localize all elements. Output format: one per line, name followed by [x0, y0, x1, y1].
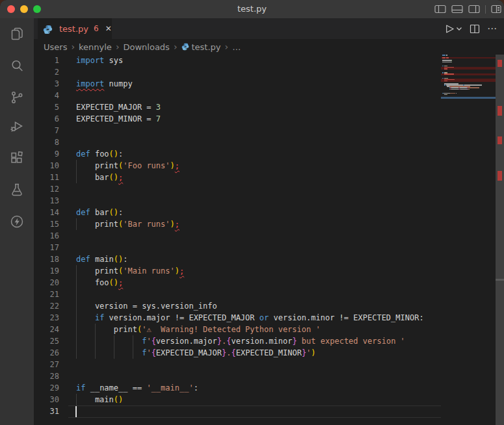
- minimap-code-segment: [447, 81, 447, 82]
- code-line-18[interactable]: def main():: [76, 253, 128, 265]
- editor[interactable]: 1import sys23import numpy45EXPECTED_MAJO…: [34, 55, 504, 425]
- code-line-3[interactable]: import numpy: [76, 78, 133, 90]
- code-line-20[interactable]: foo();: [76, 277, 123, 289]
- tab-test-py[interactable]: test.py 6 ✕: [38, 18, 112, 39]
- code-line-10[interactable]: print('Foo runs');: [76, 160, 179, 172]
- code-line-25[interactable]: f'{version.major}.{version.minor} but ex…: [76, 335, 405, 347]
- minimap-code-segment: [442, 62, 451, 63]
- minimap-code-segment: [456, 93, 457, 94]
- line-number-19[interactable]: 19: [34, 265, 59, 277]
- python-icon: [181, 43, 189, 51]
- code-line-11[interactable]: bar();: [76, 172, 123, 183]
- close-tab-icon[interactable]: ✕: [105, 24, 112, 33]
- minimap[interactable]: [441, 55, 496, 380]
- line-number-9[interactable]: 9: [34, 148, 59, 160]
- breadcrumb-item--[interactable]: …: [232, 42, 241, 52]
- line-number-23[interactable]: 23: [34, 312, 59, 324]
- line-number-3[interactable]: 3: [34, 78, 59, 90]
- code-line-26[interactable]: f'{EXPECTED_MAJOR}.{EXPECTED_MINOR}'): [76, 347, 316, 359]
- text-cursor: [75, 406, 77, 417]
- code-line-1[interactable]: import sys: [76, 55, 123, 66]
- code-line-6[interactable]: EXPECTED_MINOR = 7: [76, 113, 161, 125]
- line-number-31[interactable]: 31: [34, 406, 59, 417]
- zoom-window-button[interactable]: [33, 5, 41, 13]
- line-number-18[interactable]: 18: [34, 253, 59, 265]
- overview-error-marker: [497, 171, 502, 181]
- code-line-24[interactable]: print('⚠ Warning! Detected Python versio…: [76, 324, 321, 335]
- more-actions-icon[interactable]: ⋯: [487, 23, 497, 34]
- line-number-27[interactable]: 27: [34, 359, 59, 370]
- breadcrumb-item-test-py[interactable]: test.py: [181, 42, 222, 52]
- minimize-window-button[interactable]: [20, 5, 28, 13]
- minimap-code-segment: [460, 89, 468, 90]
- line-number-17[interactable]: 17: [34, 242, 59, 253]
- line-number-26[interactable]: 26: [34, 347, 59, 359]
- minimap-code-segment: [446, 57, 449, 58]
- lightning-icon[interactable]: [9, 214, 25, 229]
- line-number-20[interactable]: 20: [34, 277, 59, 289]
- line-number-28[interactable]: 28: [34, 370, 59, 382]
- line-number-30[interactable]: 30: [34, 394, 59, 406]
- line-number-12[interactable]: 12: [34, 183, 59, 195]
- minimap-code-segment: [442, 93, 444, 94]
- code-line-5[interactable]: EXPECTED_MAJOR = 3: [76, 101, 161, 113]
- line-number-7[interactable]: 7: [34, 125, 59, 136]
- breadcrumb-separator-icon: ›: [222, 42, 232, 52]
- code-line-23[interactable]: if version.major != EXPECTED_MAJOR or ve…: [76, 312, 424, 324]
- code-line-29[interactable]: if __name__ == '__main__':: [76, 382, 198, 394]
- run-python-file-button[interactable]: [444, 23, 462, 34]
- run-and-debug-icon[interactable]: [9, 118, 25, 134]
- source-control-icon[interactable]: [9, 90, 25, 105]
- testing-icon[interactable]: [9, 182, 25, 198]
- code-line-15[interactable]: print('Bar runs');: [76, 218, 179, 230]
- line-number-1[interactable]: 1: [34, 55, 59, 66]
- minimap-code-segment: [451, 62, 452, 63]
- tab-label: test.py: [59, 24, 88, 34]
- minimap-code-segment: [451, 89, 458, 90]
- code-line-30[interactable]: main(): [76, 394, 123, 406]
- line-number-24[interactable]: 24: [34, 324, 59, 335]
- explorer-icon[interactable]: [9, 26, 25, 42]
- line-number-5[interactable]: 5: [34, 101, 59, 113]
- line-number-4[interactable]: 4: [34, 90, 59, 101]
- line-number-13[interactable]: 13: [34, 195, 59, 207]
- line-number-25[interactable]: 25: [34, 335, 59, 347]
- line-number-2[interactable]: 2: [34, 66, 59, 78]
- close-window-button[interactable]: [7, 5, 15, 13]
- breadcrumb-separator-icon: ›: [170, 42, 181, 52]
- overview-ruler-scrollbar[interactable]: [496, 55, 504, 425]
- line-number-6[interactable]: 6: [34, 113, 59, 125]
- line-number-15[interactable]: 15: [34, 218, 59, 230]
- toggle-panel-left-icon[interactable]: [434, 5, 446, 14]
- extensions-icon[interactable]: [9, 150, 25, 166]
- search-icon[interactable]: [9, 58, 25, 73]
- code-line-22[interactable]: version = sys.version_info: [76, 300, 217, 312]
- code-line-14[interactable]: def bar():: [76, 207, 123, 218]
- line-number-16[interactable]: 16: [34, 230, 59, 242]
- run-dropdown-chevron-icon[interactable]: [456, 26, 462, 31]
- line-number-10[interactable]: 10: [34, 160, 59, 172]
- code-line-19[interactable]: print('Main runs');: [76, 265, 184, 277]
- toggle-panel-bottom-icon[interactable]: [451, 5, 463, 14]
- customize-layout-icon[interactable]: [491, 5, 501, 14]
- tab-problem-count: 6: [94, 24, 99, 33]
- minimap-error-line: [441, 57, 496, 59]
- breadcrumb-item-downloads[interactable]: Downloads: [122, 42, 170, 52]
- minimap-error-line: [441, 68, 496, 70]
- vscode-window: test.py: [0, 0, 504, 425]
- line-number-21[interactable]: 21: [34, 289, 59, 300]
- split-editor-icon[interactable]: [470, 24, 480, 34]
- line-number-29[interactable]: 29: [34, 382, 59, 394]
- window-title: test.py: [0, 0, 504, 18]
- breadcrumb-separator-icon: ›: [68, 42, 78, 52]
- breadcrumb-item-kennyle[interactable]: kennyle: [78, 42, 113, 52]
- breadcrumb-item-users[interactable]: Users: [43, 42, 68, 52]
- line-number-11[interactable]: 11: [34, 172, 59, 183]
- line-number-8[interactable]: 8: [34, 136, 59, 148]
- minimap-code-segment: [469, 89, 470, 90]
- line-number-22[interactable]: 22: [34, 300, 59, 312]
- minimap-code-segment: [444, 84, 445, 86]
- line-number-14[interactable]: 14: [34, 207, 59, 218]
- toggle-panel-right-icon[interactable]: [468, 5, 480, 14]
- code-line-9[interactable]: def foo():: [76, 148, 123, 160]
